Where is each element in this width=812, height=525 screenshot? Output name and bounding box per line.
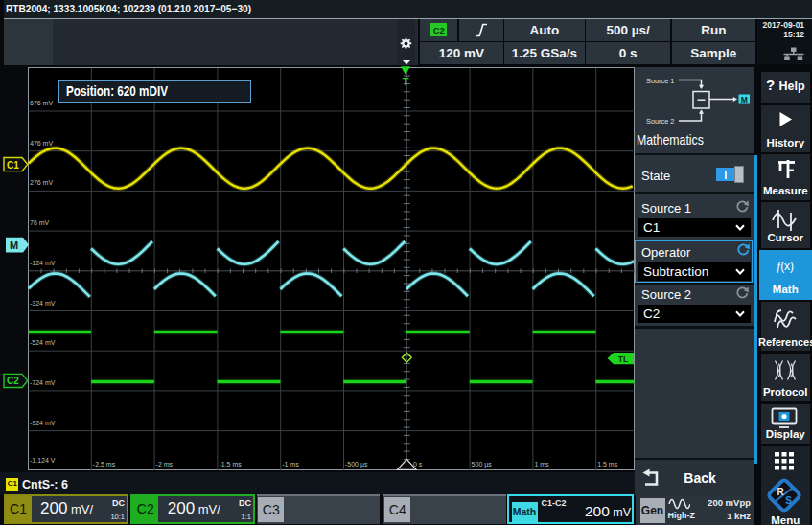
svg-text:T: T: [403, 76, 409, 87]
svg-text:S: S: [785, 495, 792, 506]
svg-text:M: M: [740, 95, 747, 104]
svg-text:R: R: [777, 486, 784, 496]
svg-text:C2: C2: [7, 376, 19, 386]
svg-text:C1: C1: [7, 160, 19, 171]
svg-text:TL: TL: [618, 354, 628, 364]
svg-text:M: M: [10, 240, 18, 251]
